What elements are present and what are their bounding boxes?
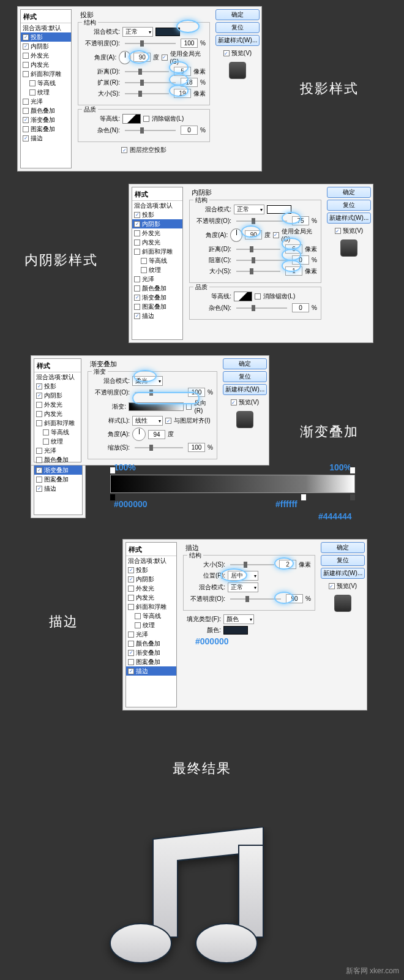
cancel-button[interactable]: 复位 — [327, 200, 371, 211]
blend-mode-select[interactable]: 正常 — [228, 582, 258, 592]
sidebar-item[interactable]: 等高线 — [21, 78, 71, 88]
contour-picker[interactable] — [122, 114, 141, 124]
sidebar-item[interactable]: 斜面和浮雕 — [132, 247, 182, 256]
checkbox-icon[interactable] — [23, 99, 29, 105]
new-style-button[interactable]: 新建样式(W)... — [327, 213, 371, 224]
cancel-button[interactable]: 复位 — [321, 555, 365, 566]
checkbox-icon[interactable]: ✓ — [223, 50, 230, 56]
checkbox-icon[interactable] — [23, 126, 29, 132]
sidebar-item[interactable]: ✓渐变叠加 — [132, 293, 182, 302]
distance-input[interactable] — [174, 67, 191, 76]
spread-slider[interactable] — [125, 82, 176, 83]
sidebar-item[interactable]: 光泽 — [132, 274, 182, 284]
spread-input[interactable] — [181, 78, 198, 87]
color-stop-icon[interactable] — [301, 494, 307, 501]
checkbox-icon[interactable] — [23, 53, 29, 59]
new-style-button[interactable]: 新建样式(W)... — [321, 568, 365, 579]
noise-input[interactable] — [181, 126, 198, 135]
checkbox-icon[interactable] — [143, 116, 149, 122]
sidebar-item[interactable]: 斜面和浮雕 — [21, 69, 71, 78]
distance-input[interactable] — [285, 244, 302, 254]
opacity-stop-icon[interactable] — [110, 467, 116, 474]
sidebar-item[interactable]: 图案叠加 — [21, 124, 71, 134]
checkbox-icon[interactable]: ✓ — [121, 147, 127, 153]
sidebar-item[interactable]: ✓内阴影 — [21, 42, 71, 51]
sidebar-item[interactable]: ✓描边 — [21, 134, 71, 143]
stroke-color-swatch[interactable] — [223, 626, 248, 635]
sidebar-item[interactable]: 图案叠加 — [132, 302, 182, 311]
cancel-button[interactable]: 复位 — [215, 22, 260, 33]
angle-input[interactable] — [148, 430, 165, 439]
sidebar-item[interactable]: 颜色叠加 — [132, 284, 182, 293]
size-slider[interactable] — [125, 93, 169, 94]
slider[interactable] — [236, 221, 287, 222]
ok-button[interactable]: 确定 — [327, 187, 371, 198]
contour-picker[interactable] — [234, 292, 252, 301]
ok-button[interactable]: 确定 — [321, 542, 365, 553]
opacity-input[interactable] — [292, 216, 309, 225]
checkbox-icon[interactable] — [23, 108, 29, 114]
sidebar-item[interactable]: 外发光 — [132, 228, 182, 238]
checkbox-icon[interactable] — [23, 71, 29, 77]
sidebar-item[interactable]: 内发光 — [132, 238, 182, 247]
blend-mode-select[interactable]: 正常 — [122, 27, 153, 37]
opacity-input[interactable] — [286, 594, 303, 603]
sidebar-item[interactable]: ✓渐变叠加 — [21, 115, 71, 124]
sidebar-item-drop-shadow[interactable]: ✓投影 — [21, 32, 71, 42]
angle-input[interactable] — [245, 230, 262, 239]
sidebar-item-inner-shadow[interactable]: ✓内阴影 — [132, 219, 182, 228]
sidebar-item[interactable]: ✓投影 — [132, 210, 182, 219]
gradient-strip[interactable] — [110, 475, 355, 493]
blend-mode-select[interactable]: 正常 — [234, 205, 264, 214]
sidebar-item[interactable]: ✓描边 — [132, 311, 182, 320]
sidebar-item[interactable]: 纹理 — [21, 88, 71, 97]
sidebar-item[interactable]: 颜色叠加 — [21, 106, 71, 115]
ok-button[interactable]: 确定 — [223, 358, 267, 369]
angle-input[interactable] — [133, 53, 151, 62]
checkbox-icon[interactable] — [29, 89, 36, 96]
blend-options[interactable]: 混合选项:默认 — [132, 201, 182, 210]
sidebar-item[interactable]: 等高线 — [132, 256, 182, 265]
opacity-stop-icon[interactable] — [350, 467, 356, 474]
sidebar-item[interactable]: 内发光 — [21, 60, 71, 69]
opacity-slider[interactable] — [125, 43, 176, 44]
sidebar-item[interactable]: 光泽 — [21, 97, 71, 106]
checkbox-icon[interactable] — [23, 62, 29, 68]
blend-options[interactable]: 混合选项:默认 — [21, 23, 71, 32]
distance-slider[interactable] — [125, 71, 169, 72]
position-select[interactable]: 居中 — [228, 571, 258, 581]
cancel-button[interactable]: 复位 — [223, 371, 267, 382]
checkbox-icon[interactable]: ✓ — [23, 117, 29, 123]
color-swatch[interactable] — [155, 28, 180, 36]
sidebar-item[interactable]: 纹理 — [132, 265, 182, 274]
checkbox-icon[interactable]: ✓ — [23, 135, 29, 141]
choke-input[interactable] — [292, 255, 309, 265]
opacity-input[interactable] — [188, 388, 205, 397]
ok-button[interactable]: 确定 — [215, 9, 260, 20]
style-select[interactable]: 线性 — [132, 416, 163, 426]
color-stop-icon[interactable] — [350, 494, 356, 501]
scale-input[interactable] — [188, 443, 205, 452]
checkbox-icon[interactable]: ✓ — [162, 55, 167, 61]
sidebar-item-gradient-overlay[interactable]: ✓渐变叠加 — [34, 466, 82, 475]
gradient-picker[interactable] — [129, 402, 184, 411]
checkbox-icon[interactable]: ✓ — [23, 43, 29, 50]
angle-dial[interactable] — [132, 428, 146, 441]
sidebar-item-stroke[interactable]: ✓描边 — [126, 666, 176, 676]
angle-dial[interactable] — [230, 228, 242, 242]
new-style-button[interactable]: 新建样式(W)... — [223, 384, 267, 395]
new-style-button[interactable]: 新建样式(W)... — [215, 35, 260, 46]
size-input[interactable] — [285, 266, 302, 276]
size-input[interactable] — [279, 560, 296, 569]
noise-input[interactable] — [292, 303, 309, 312]
size-input[interactable] — [174, 89, 191, 98]
checkbox-icon[interactable]: ✓ — [23, 34, 29, 40]
blend-mode-select[interactable]: 柔光 — [132, 376, 163, 386]
noise-slider[interactable] — [125, 130, 176, 131]
opacity-input[interactable] — [181, 39, 198, 48]
angle-dial[interactable] — [119, 51, 131, 64]
sidebar-item[interactable]: 外发光 — [21, 51, 71, 60]
checkbox-icon[interactable] — [29, 80, 36, 86]
color-swatch[interactable] — [267, 205, 291, 214]
fill-type-select[interactable]: 颜色 — [223, 614, 254, 624]
